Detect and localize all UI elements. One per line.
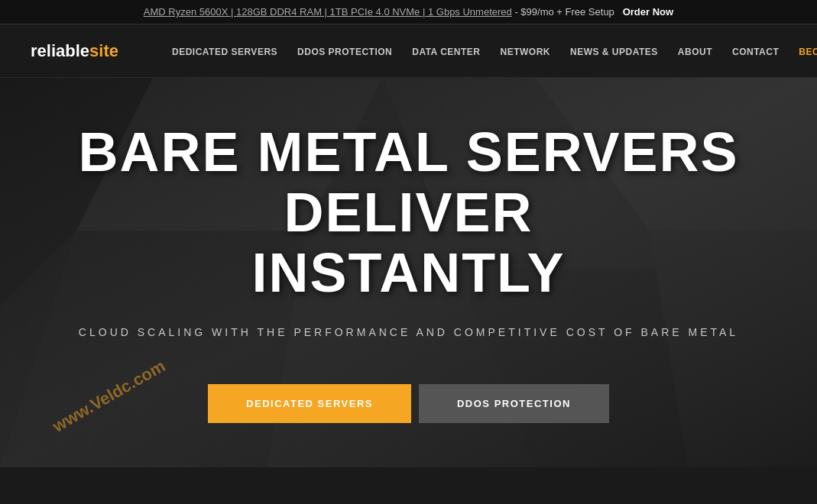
ddos-protection-button[interactable]: DDOS PROTECTION <box>419 384 609 423</box>
promo-link[interactable]: AMD Ryzen 5600X | 128GB DDR4 RAM | 1TB P… <box>144 6 512 18</box>
nav-item-contact[interactable]: CONTACT <box>725 44 786 58</box>
hero-buttons: DEDICATED SERVERS DDOS PROTECTION <box>208 384 609 423</box>
nav-item-network[interactable]: NETWORK <box>493 44 559 58</box>
nav-item-partner[interactable]: BECOME A PARTNER <box>791 44 817 58</box>
hero-subtitle: CLOUD SCALING WITH THE PERFORMANCE AND C… <box>31 326 786 338</box>
nav-item-news-updates[interactable]: NEWS & UPDATES <box>562 44 666 58</box>
hero-section: www.Veldc.com BARE METAL SERVERS DELIVER… <box>0 78 817 467</box>
top-bar: AMD Ryzen 5600X | 128GB DDR4 RAM | 1TB P… <box>0 0 817 24</box>
logo-reliable: reliable <box>31 41 89 60</box>
dedicated-servers-button[interactable]: DEDICATED SERVERS <box>208 384 411 423</box>
nav-link-ddos-protection[interactable]: DDOS PROTECTION <box>290 40 400 63</box>
hero-title: BARE METAL SERVERS DELIVER INSTANTLY <box>31 122 786 304</box>
nav-item-about[interactable]: ABOUT <box>670 44 720 58</box>
nav-link-data-center[interactable]: DATA CENTER <box>404 40 488 63</box>
nav-links: DEDICATED SERVERS DDOS PROTECTION DATA C… <box>164 44 817 58</box>
nav-link-contact[interactable]: CONTACT <box>725 40 786 63</box>
nav-link-news-updates[interactable]: NEWS & UPDATES <box>562 40 666 63</box>
site-logo[interactable]: reliablesite <box>31 41 118 61</box>
nav-item-dedicated-servers[interactable]: DEDICATED SERVERS <box>164 44 285 58</box>
nav-link-partner[interactable]: BECOME A PARTNER <box>791 40 817 63</box>
hero-title-line2: INSTANTLY <box>251 242 565 303</box>
nav-link-about[interactable]: ABOUT <box>670 40 720 63</box>
hero-content: BARE METAL SERVERS DELIVER INSTANTLY CLO… <box>0 122 817 385</box>
navbar: reliablesite DEDICATED SERVERS DDOS PROT… <box>0 24 817 78</box>
logo-site: site <box>89 41 118 60</box>
hero-title-line1: BARE METAL SERVERS DELIVER <box>78 121 738 243</box>
nav-link-network[interactable]: NETWORK <box>493 40 559 63</box>
nav-item-data-center[interactable]: DATA CENTER <box>404 44 488 58</box>
promo-price: - $99/mo + Free Setup <box>514 6 614 18</box>
nav-item-ddos-protection[interactable]: DDOS PROTECTION <box>290 44 400 58</box>
order-now-link[interactable]: Order Now <box>623 6 673 18</box>
nav-link-dedicated-servers[interactable]: DEDICATED SERVERS <box>164 40 285 63</box>
